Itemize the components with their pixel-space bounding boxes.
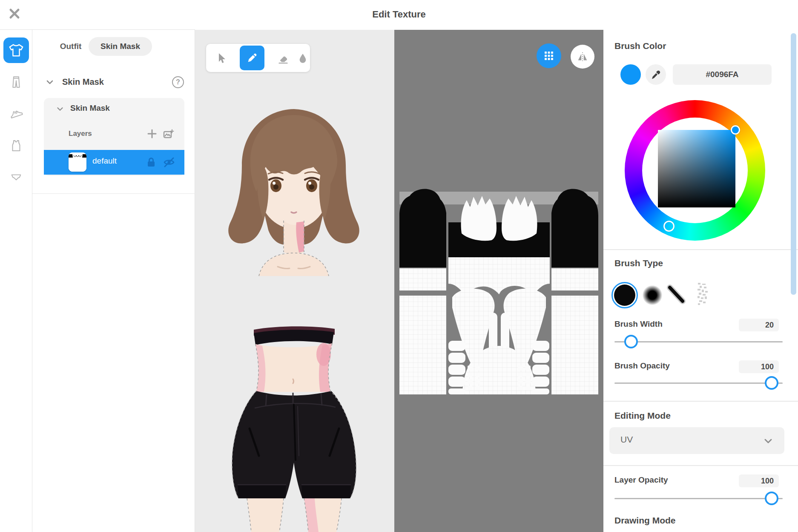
hue-marker[interactable] [663,221,675,232]
eraser-icon [277,52,290,64]
viewport-toolbar [206,44,310,72]
editing-mode-heading: Editing Mode [614,411,671,421]
tab-outfit[interactable]: Outfit [49,37,92,56]
tanktop-icon [9,138,23,154]
mirror-icon [576,50,589,63]
brush-settings-panel: Brush Color #0096FA Brush Type [603,0,798,532]
layer-row-default[interactable]: default [44,150,184,175]
skin-mask-panel: Outfit Skin Mask Skin Mask ? Skin Mask L… [32,30,195,532]
brush-width-slider[interactable] [614,341,783,342]
section-title: Skin Mask [62,77,104,87]
pencil-icon [246,52,258,64]
rail-item-shoes[interactable] [8,104,25,121]
character-preview [195,30,394,532]
blur-tool-button[interactable] [290,46,315,70]
image-plus-icon [163,129,174,139]
close-button[interactable] [7,6,22,21]
rail-item-tops[interactable] [3,37,29,63]
section-divider [603,401,798,402]
brush-width-value[interactable]: 20 [739,319,779,331]
close-icon [7,6,22,21]
group-collapse-toggle[interactable] [56,105,64,113]
rail-item-bottoms[interactable] [8,74,25,91]
droplet-icon [297,52,308,64]
edit-texture-dialog: Edit Texture [0,0,798,532]
shoe-icon [9,105,24,121]
brush-width-slider-thumb[interactable] [624,335,638,348]
section-collapse-toggle[interactable] [45,78,55,87]
uv-texture-map [394,30,603,532]
layer-opacity-value[interactable]: 100 [739,474,779,487]
layer-opacity-slider-thumb[interactable] [765,492,778,505]
underwear-icon [9,170,24,184]
brush-color-heading: Brush Color [614,41,666,51]
brush-type-hard-circle[interactable] [611,282,638,308]
question-icon: ? [176,78,180,86]
chevron-down-icon [763,436,773,446]
brush-type-soft-circle[interactable] [643,285,662,305]
brush-opacity-label: Brush Opacity [614,361,670,371]
import-image-layer-button[interactable] [163,129,174,139]
section-divider [603,249,798,250]
pants-icon [9,74,23,90]
tab-skin-mask[interactable]: Skin Mask [89,37,152,56]
help-button[interactable]: ? [172,76,184,88]
hard-circle-icon [614,285,635,306]
select-tool-button[interactable] [209,46,233,70]
panel-scrollbar[interactable] [791,33,796,295]
drawing-mode-heading: Drawing Mode [614,515,676,526]
add-layer-button[interactable] [147,129,157,139]
layers-label: Layers [69,129,92,138]
chevron-down-icon [56,105,64,113]
editing-mode-value: UV [620,434,633,445]
chevron-down-icon [45,78,55,87]
editing-mode-select[interactable]: UV [609,427,784,454]
brush-opacity-value[interactable]: 100 [739,360,779,373]
rail-item-inner-bottom[interactable] [8,169,25,186]
brush-type-noise[interactable] [695,282,711,306]
grid-toggle-button[interactable] [537,43,561,68]
layer-opacity-label: Layer Opacity [614,475,668,485]
lock-icon [146,157,156,168]
plus-icon [147,129,157,139]
brush-color-swatch[interactable] [620,64,641,85]
uv-texture-viewport[interactable] [394,30,603,532]
cursor-icon [215,52,227,64]
brush-width-label: Brush Width [614,319,663,329]
panel-divider [32,193,195,194]
layer-thumbnail [69,152,86,172]
brush-type-heading: Brush Type [614,258,663,268]
grid-icon [543,50,554,61]
hex-color-input[interactable]: #0096FA [673,64,772,85]
brush-tool-button[interactable] [240,46,264,70]
brush-opacity-slider[interactable] [614,382,783,384]
tshirt-icon [8,42,24,58]
mirror-toggle-button[interactable] [571,45,594,69]
layer-visibility-toggle[interactable] [163,157,175,168]
rail-item-inner-top[interactable] [8,137,25,154]
eye-off-icon [163,157,175,168]
skin-mask-group: Skin Mask Layers [44,98,184,176]
eyedropper-button[interactable] [646,64,666,85]
saturation-value-square[interactable] [658,130,735,207]
section-divider [603,465,798,466]
layer-opacity-slider[interactable] [614,498,783,499]
brush-type-stroke[interactable] [666,284,687,305]
sv-marker[interactable] [731,125,740,135]
layer-name: default [92,156,117,166]
stroke-brush-icon [666,284,687,305]
color-wheel[interactable] [625,100,765,241]
noise-brush-icon [695,282,711,306]
group-title: Skin Mask [70,104,110,113]
category-rail [0,30,32,532]
model-viewport[interactable] [195,30,394,532]
eyedropper-icon [650,69,661,80]
brush-opacity-slider-thumb[interactable] [765,376,778,390]
layer-lock-toggle[interactable] [146,157,156,168]
